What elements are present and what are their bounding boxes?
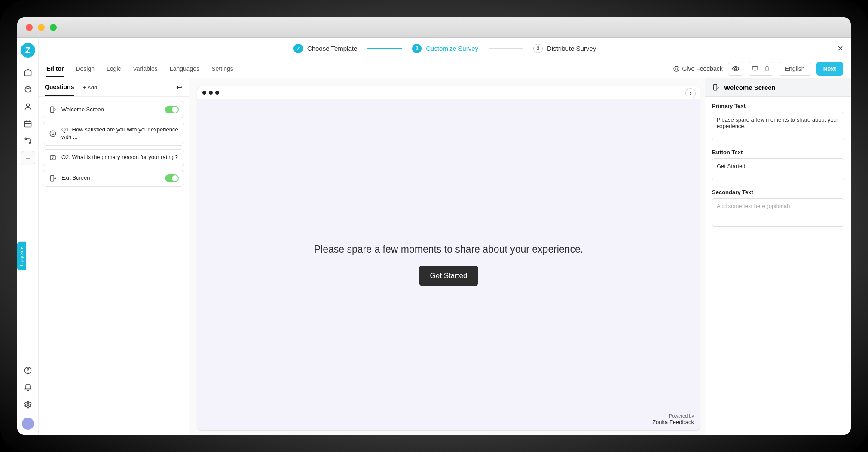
add-label: Add (87, 84, 97, 91)
smile-icon (673, 65, 680, 72)
question-item-q1[interactable]: Q1. How satisfied are you with your expe… (43, 122, 184, 146)
button-text-input[interactable] (712, 158, 844, 180)
primary-text-label: Primary Text (712, 103, 844, 109)
window-maximize[interactable] (50, 24, 57, 31)
add-question-button[interactable]: +Add (83, 84, 97, 95)
svg-rect-12 (752, 66, 758, 70)
svg-point-1 (26, 104, 29, 107)
svg-point-7 (27, 404, 29, 406)
svg-point-18 (54, 133, 54, 133)
question-item-exit[interactable]: Exit Screen (43, 170, 184, 187)
svg-point-3 (25, 138, 26, 139)
upgrade-tab[interactable]: Upgrade (17, 242, 26, 270)
tab-variables[interactable]: Variables (133, 61, 158, 77)
svg-rect-19 (50, 156, 55, 160)
svg-rect-2 (24, 121, 31, 127)
properties-header: Welcome Screen (705, 78, 851, 97)
nav-help-icon[interactable] (21, 363, 35, 378)
get-started-button[interactable]: Get Started (419, 266, 479, 286)
preview-button[interactable] (728, 62, 743, 76)
undo-icon[interactable]: ↩ (176, 82, 183, 96)
nav-notifications-icon[interactable] (21, 380, 35, 395)
desktop-icon[interactable] (749, 65, 761, 72)
questions-panel: Questions +Add ↩ Welcome Screen Q1. How … (39, 78, 189, 435)
step-connector (367, 48, 402, 49)
question-item-welcome[interactable]: Welcome Screen (43, 101, 184, 118)
primary-text-input[interactable] (712, 112, 844, 140)
nav-add-button[interactable] (21, 151, 35, 165)
survey-preview: Please spare a few moments to share abou… (197, 86, 700, 431)
nav-home-icon[interactable] (21, 65, 35, 79)
tab-languages[interactable]: Languages (170, 61, 199, 77)
plus-icon: + (83, 84, 86, 91)
welcome-heading: Please spare a few moments to share abou… (314, 244, 583, 255)
step-number-icon: 3 (533, 44, 543, 53)
welcome-screen-icon (712, 83, 720, 91)
svg-rect-21 (714, 84, 717, 90)
close-icon[interactable]: × (837, 43, 843, 54)
welcome-screen-icon (49, 106, 57, 113)
check-icon: ✓ (293, 44, 303, 53)
app-logo[interactable]: Z (21, 43, 35, 58)
svg-point-16 (50, 131, 56, 137)
question-label: Q2. What is the primary reason for your … (61, 154, 179, 161)
language-selector[interactable]: English (779, 62, 811, 76)
question-label: Q1. How satisfied are you with your expe… (61, 126, 179, 141)
tab-logic[interactable]: Logic (107, 61, 121, 77)
powered-small: Powered by (652, 413, 694, 419)
next-button[interactable]: Next (816, 62, 843, 76)
step-label: Choose Template (307, 45, 357, 52)
preview-dot (215, 91, 219, 95)
secondary-text-input[interactable] (712, 198, 844, 227)
smiley-icon (49, 130, 57, 137)
svg-point-9 (675, 68, 675, 68)
secondary-text-label: Secondary Text (712, 189, 844, 195)
nav-settings-icon[interactable] (21, 397, 35, 412)
step-choose-template[interactable]: ✓ Choose Template (293, 44, 357, 53)
powered-brand: Zonka Feedback (652, 419, 694, 426)
window-close[interactable] (26, 24, 33, 31)
svg-point-4 (29, 142, 31, 144)
tab-editor[interactable]: Editor (46, 61, 64, 77)
window-minimize[interactable] (38, 24, 45, 31)
editor-subtabs: Editor Design Logic Variables Languages … (39, 59, 851, 78)
questions-tab[interactable]: Questions (45, 83, 74, 96)
tab-settings[interactable]: Settings (211, 61, 233, 77)
svg-point-10 (677, 68, 677, 68)
preview-dot (209, 91, 213, 95)
nav-contacts-icon[interactable] (21, 99, 35, 114)
properties-title: Welcome Screen (724, 84, 776, 91)
nav-workflow-icon[interactable] (21, 134, 35, 148)
user-avatar[interactable] (22, 418, 34, 430)
nav-loop-icon[interactable] (21, 82, 35, 97)
tab-design[interactable]: Design (76, 61, 95, 77)
nav-rail: Z Upgrade (17, 38, 39, 435)
svg-point-17 (52, 133, 52, 133)
device-toggle[interactable] (749, 62, 773, 76)
step-connector (489, 48, 523, 49)
give-feedback-link[interactable]: Give Feedback (673, 65, 723, 72)
svg-point-8 (674, 66, 679, 71)
svg-rect-15 (51, 107, 54, 113)
text-icon (49, 154, 57, 162)
svg-point-6 (28, 372, 28, 373)
step-distribute-survey[interactable]: 3 Distribute Survey (533, 44, 596, 53)
step-customize-survey[interactable]: 2 Customize Survey (412, 44, 478, 53)
button-text-label: Button Text (712, 149, 844, 156)
step-label: Customize Survey (426, 45, 478, 52)
window-titlebar (17, 17, 851, 38)
step-number-icon: 2 (412, 44, 422, 53)
nav-calendar-icon[interactable] (21, 116, 35, 131)
powered-by: Powered by Zonka Feedback (652, 413, 694, 426)
wizard-stepper: ✓ Choose Template 2 Customize Survey 3 D… (39, 38, 851, 59)
svg-point-14 (767, 70, 767, 70)
mobile-icon[interactable] (761, 65, 773, 72)
preview-dot (202, 91, 206, 95)
preview-next-icon[interactable] (685, 88, 696, 98)
svg-point-11 (734, 67, 737, 70)
preview-area: Please spare a few moments to share abou… (189, 78, 705, 435)
svg-point-0 (25, 86, 31, 92)
question-item-q2[interactable]: Q2. What is the primary reason for your … (43, 149, 184, 166)
toggle-switch[interactable] (165, 106, 179, 113)
toggle-switch[interactable] (165, 174, 179, 182)
